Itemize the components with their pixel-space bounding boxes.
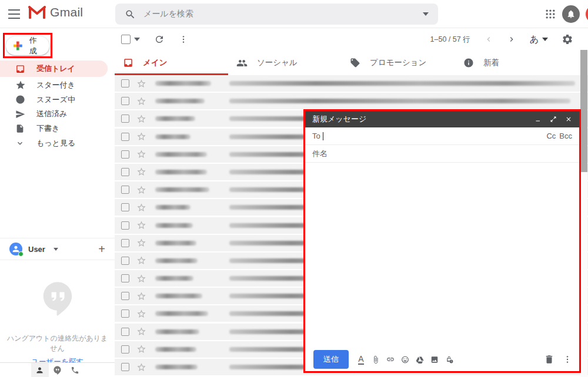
input-tools-button[interactable]: あ bbox=[530, 34, 548, 45]
more-vert-icon[interactable] bbox=[179, 35, 188, 44]
subject-redacted bbox=[229, 81, 575, 86]
star-outline-icon[interactable] bbox=[136, 309, 146, 319]
star-outline-icon[interactable] bbox=[136, 167, 146, 177]
select-all-checkbox[interactable] bbox=[121, 35, 131, 44]
row-checkbox[interactable] bbox=[121, 115, 129, 123]
user-account-row[interactable]: User + bbox=[0, 238, 115, 260]
expand-icon[interactable] bbox=[550, 116, 557, 123]
star-outline-icon[interactable] bbox=[136, 344, 146, 354]
hangouts-empty-text: ハングアウトの連絡先がありません bbox=[0, 334, 115, 354]
row-checkbox[interactable] bbox=[121, 221, 129, 230]
contacts-tab-person-icon[interactable] bbox=[31, 363, 49, 377]
star-outline-icon[interactable] bbox=[136, 132, 146, 142]
row-checkbox[interactable] bbox=[121, 133, 129, 141]
minimize-icon[interactable] bbox=[534, 116, 542, 123]
sidebar-item-drafts[interactable]: 下書き bbox=[0, 122, 108, 136]
list-toolbar: 1–50 / 57 行 あ bbox=[115, 28, 588, 51]
row-checkbox[interactable] bbox=[121, 97, 129, 105]
row-checkbox[interactable] bbox=[121, 363, 129, 371]
sidebar-item-label: 下書き bbox=[36, 123, 59, 134]
sidebar-item-more[interactable]: もっと見る bbox=[0, 136, 108, 150]
sidebar-item-snoozed[interactable]: スヌーズ中 bbox=[0, 93, 108, 107]
refresh-icon[interactable] bbox=[154, 34, 165, 45]
user-menu-chevron-icon[interactable] bbox=[54, 248, 58, 251]
row-checkbox[interactable] bbox=[121, 168, 129, 176]
row-checkbox[interactable] bbox=[121, 186, 129, 194]
star-outline-icon[interactable] bbox=[136, 362, 146, 372]
hangouts-tab-icon[interactable] bbox=[49, 363, 66, 377]
settings-gear-icon[interactable] bbox=[562, 33, 573, 45]
clock-icon bbox=[15, 95, 26, 105]
search-input[interactable]: メールを検索 bbox=[115, 4, 438, 25]
row-checkbox[interactable] bbox=[121, 257, 129, 265]
scrollbar-track[interactable] bbox=[580, 50, 587, 377]
menu-icon[interactable] bbox=[8, 9, 20, 19]
select-options-chevron-icon[interactable] bbox=[134, 38, 140, 41]
row-checkbox[interactable] bbox=[121, 274, 129, 282]
scrollbar-thumb[interactable] bbox=[580, 50, 587, 172]
star-outline-icon[interactable] bbox=[136, 291, 146, 301]
star-outline-icon[interactable] bbox=[136, 238, 146, 248]
bcc-button[interactable]: Bcc bbox=[559, 132, 572, 140]
tab-social[interactable]: ソーシャル bbox=[228, 51, 342, 75]
row-checkbox[interactable] bbox=[121, 345, 129, 354]
row-checkbox[interactable] bbox=[121, 79, 129, 87]
recipients-field[interactable]: To Cc Bcc bbox=[305, 127, 579, 145]
formatting-options-icon[interactable]: A bbox=[357, 355, 365, 365]
message-body-field[interactable] bbox=[305, 163, 579, 348]
emoji-icon[interactable] bbox=[401, 354, 409, 365]
insert-link-icon[interactable] bbox=[386, 354, 395, 365]
more-options-icon[interactable] bbox=[563, 355, 572, 364]
drive-icon[interactable] bbox=[416, 354, 424, 365]
tab-updates[interactable]: 新着 bbox=[455, 51, 569, 75]
send-button[interactable]: 送信 bbox=[313, 350, 349, 369]
discard-trash-icon[interactable] bbox=[544, 354, 554, 365]
sender-redacted bbox=[155, 81, 211, 86]
star-outline-icon[interactable] bbox=[136, 203, 146, 213]
notifications-bell-icon[interactable] bbox=[562, 5, 580, 23]
star-outline-icon[interactable] bbox=[136, 255, 146, 265]
star-outline-icon[interactable] bbox=[136, 149, 146, 159]
next-page-chevron-icon[interactable] bbox=[507, 35, 516, 44]
star-outline-icon[interactable] bbox=[136, 274, 146, 284]
tab-promotions[interactable]: プロモーション bbox=[342, 51, 455, 75]
close-icon[interactable] bbox=[565, 116, 572, 123]
sidebar-item-inbox[interactable]: 受信トレイ bbox=[0, 60, 108, 77]
row-checkbox[interactable] bbox=[121, 328, 129, 336]
prev-page-chevron-icon[interactable] bbox=[484, 35, 493, 44]
email-row[interactable] bbox=[115, 93, 588, 109]
compose-header[interactable]: 新規メッセージ bbox=[305, 111, 579, 127]
add-contact-icon[interactable]: + bbox=[98, 243, 105, 256]
star-outline-icon[interactable] bbox=[136, 96, 146, 106]
sidebar-item-starred[interactable]: スター付き bbox=[0, 78, 108, 93]
email-row[interactable] bbox=[115, 75, 588, 92]
row-checkbox[interactable] bbox=[121, 150, 129, 159]
people-icon bbox=[236, 58, 248, 69]
cc-button[interactable]: Cc bbox=[546, 132, 556, 140]
subject-field[interactable]: 件名 bbox=[305, 145, 579, 163]
tab-primary[interactable]: メイン bbox=[115, 51, 228, 75]
star-outline-icon[interactable] bbox=[136, 326, 146, 336]
search-options-chevron-icon[interactable] bbox=[423, 12, 429, 16]
phone-tab-icon[interactable] bbox=[66, 363, 84, 377]
row-checkbox[interactable] bbox=[121, 292, 129, 300]
insert-image-icon[interactable] bbox=[430, 354, 439, 365]
star-icon bbox=[15, 80, 26, 90]
sidebar-nav: 受信トレイ スター付き スヌーズ中 送信済み 下書き bbox=[0, 60, 108, 150]
attach-file-icon[interactable] bbox=[372, 354, 380, 365]
sender-redacted bbox=[155, 116, 195, 121]
star-outline-icon[interactable] bbox=[136, 220, 146, 230]
confidential-mode-icon[interactable] bbox=[445, 354, 453, 365]
row-checkbox[interactable] bbox=[121, 309, 129, 318]
star-outline-icon[interactable] bbox=[136, 79, 146, 89]
row-checkbox[interactable] bbox=[121, 203, 129, 211]
draft-file-icon bbox=[15, 123, 26, 134]
row-checkbox[interactable] bbox=[121, 239, 129, 247]
sender-redacted bbox=[155, 170, 207, 174]
star-outline-icon[interactable] bbox=[136, 185, 146, 195]
apps-grid-icon[interactable] bbox=[544, 8, 556, 20]
pagination-label: 1–50 / 57 行 bbox=[430, 35, 470, 45]
star-outline-icon[interactable] bbox=[136, 114, 146, 124]
compose-button[interactable]: 作成 bbox=[6, 36, 49, 55]
sidebar-item-sent[interactable]: 送信済み bbox=[0, 107, 108, 122]
